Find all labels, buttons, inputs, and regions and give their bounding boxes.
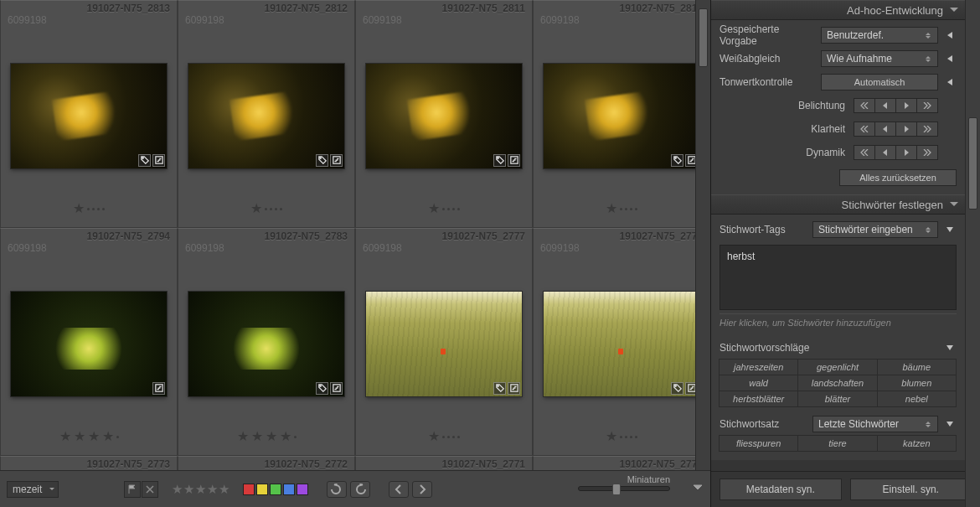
preset-select[interactable]: Benutzerdef. bbox=[821, 27, 938, 44]
keyword-set-select[interactable]: Letzte Stichwörter bbox=[812, 416, 938, 432]
rating-display[interactable]: ★ bbox=[606, 202, 637, 215]
reset-all-button[interactable]: Alles zurücksetzen bbox=[839, 169, 957, 186]
stepper-dec2[interactable] bbox=[854, 122, 875, 137]
scrollbar-thumb[interactable] bbox=[968, 117, 977, 210]
grid-cell-cutoff[interactable]: 191027-N75_2770 bbox=[533, 456, 710, 470]
keyword-add-hint[interactable]: Hier klicken, um Stichwörter hinzuzufüge… bbox=[720, 313, 957, 331]
keyword-suggestion[interactable]: tiere bbox=[797, 435, 877, 452]
keyword-suggestion[interactable]: herbstblätter bbox=[719, 391, 798, 407]
slider-knob[interactable] bbox=[612, 484, 621, 495]
keyword-tags-collapse-icon[interactable] bbox=[943, 223, 957, 236]
keyword-suggestion[interactable]: gegenlicht bbox=[797, 359, 877, 375]
thumbnail[interactable] bbox=[544, 292, 699, 396]
sync-metadata-button[interactable]: Metadaten syn. bbox=[720, 479, 842, 500]
stepper-inc[interactable] bbox=[895, 122, 917, 137]
flag-reject[interactable] bbox=[142, 481, 158, 498]
keyword-suggestion[interactable]: nebel bbox=[877, 391, 957, 407]
thumbnail[interactable] bbox=[366, 64, 522, 168]
rotate-ccw-button[interactable] bbox=[327, 481, 347, 498]
grid-cell[interactable]: 191027-N75_27836099198★★★★ bbox=[178, 228, 355, 456]
color-swatch[interactable] bbox=[283, 484, 295, 495]
stepper-inc2[interactable] bbox=[916, 122, 938, 137]
next-button[interactable] bbox=[412, 481, 432, 498]
thumbnail-size-slider[interactable] bbox=[578, 486, 670, 491]
sync-settings-button[interactable]: Einstell. syn. bbox=[850, 479, 972, 500]
grid-cell[interactable]: 191027-N75_28136099198★ bbox=[0, 0, 178, 228]
color-swatch[interactable] bbox=[270, 484, 281, 495]
suggestions-collapse-icon[interactable] bbox=[943, 341, 957, 354]
keyword-suggestion[interactable]: jahreszeiten bbox=[719, 359, 798, 375]
keyword-suggestions-header[interactable]: Stichwortvorschläge bbox=[711, 336, 965, 360]
grid-cell-cutoff[interactable]: 191027-N75_2773 bbox=[0, 456, 178, 470]
preset-collapse-icon[interactable] bbox=[943, 28, 957, 42]
stepper-dec[interactable] bbox=[874, 122, 896, 137]
rating-display[interactable]: ★ bbox=[428, 202, 460, 215]
thumbnail[interactable] bbox=[188, 292, 344, 396]
rating-display[interactable]: ★ bbox=[428, 430, 460, 443]
quick-develop-header[interactable]: Ad-hoc-Entwicklung bbox=[711, 0, 965, 20]
stepper-inc2[interactable] bbox=[916, 98, 938, 113]
auto-tone-button[interactable]: Automatisch bbox=[821, 74, 938, 91]
rating-display[interactable]: ★ bbox=[73, 202, 105, 215]
stepper-dec[interactable] bbox=[874, 145, 896, 160]
tone-collapse-icon[interactable] bbox=[943, 75, 957, 89]
stepper-dec[interactable] bbox=[874, 98, 896, 113]
thumbnail[interactable] bbox=[366, 292, 522, 396]
sort-select[interactable]: mezeit bbox=[7, 481, 59, 498]
thumbnail[interactable] bbox=[11, 292, 167, 396]
keyword-box[interactable]: herbst bbox=[720, 245, 957, 310]
stepper-dec2[interactable] bbox=[854, 98, 875, 113]
grid-scrollbar[interactable] bbox=[695, 0, 710, 470]
grid-cell[interactable]: 191027-N75_27776099198★ bbox=[355, 228, 533, 456]
rating-display[interactable]: ★★★★ bbox=[237, 430, 297, 443]
color-swatch[interactable] bbox=[243, 484, 255, 495]
keyword-suggestion[interactable]: wald bbox=[719, 375, 798, 391]
badge-row bbox=[152, 382, 165, 395]
keyword-suggestion[interactable]: fliesspuren bbox=[719, 435, 798, 452]
keyword-tags-label: Stichwort-Tags bbox=[720, 224, 807, 235]
keyword-suggestion[interactable]: blumen bbox=[877, 375, 957, 391]
star-5[interactable]: ★ bbox=[219, 482, 230, 497]
grid-cell[interactable]: 191027-N75_28126099198★ bbox=[178, 0, 355, 228]
rating-stars[interactable]: ★★★★★ bbox=[172, 482, 230, 497]
rotate-cw-button[interactable] bbox=[350, 481, 370, 498]
keyword-tags-select[interactable]: Stichwörter eingeben bbox=[812, 221, 938, 238]
star-4[interactable]: ★ bbox=[207, 482, 218, 497]
keyword-suggestion[interactable]: landschaften bbox=[797, 375, 877, 391]
rating-display[interactable]: ★★★★ bbox=[59, 430, 119, 443]
thumbnail[interactable] bbox=[188, 64, 344, 168]
keywording-header[interactable]: Stichwörter festlegen bbox=[711, 194, 965, 215]
stepper-inc[interactable] bbox=[895, 98, 917, 113]
rating-display[interactable]: ★ bbox=[606, 430, 637, 443]
prev-button[interactable] bbox=[389, 481, 409, 498]
sort-select-wrap[interactable]: mezeit bbox=[7, 481, 59, 498]
grid-cell[interactable]: 191027-N75_27766099198★ bbox=[533, 228, 710, 456]
toolbar-expand[interactable] bbox=[692, 481, 704, 495]
grid-cell[interactable]: 191027-N75_27946099198★★★★ bbox=[0, 228, 178, 456]
flag-pick[interactable] bbox=[124, 481, 141, 498]
stepper-inc[interactable] bbox=[895, 145, 917, 160]
color-swatch[interactable] bbox=[297, 484, 308, 495]
keyword-suggestion[interactable]: bäume bbox=[877, 359, 957, 375]
rotate-group bbox=[327, 481, 370, 498]
stepper-dec2[interactable] bbox=[854, 145, 875, 160]
wb-collapse-icon[interactable] bbox=[943, 52, 957, 65]
keyword-suggestion[interactable]: katzen bbox=[877, 435, 957, 452]
star-2[interactable]: ★ bbox=[183, 482, 194, 497]
star-3[interactable]: ★ bbox=[195, 482, 206, 497]
keyword-suggestion[interactable]: blätter bbox=[797, 391, 877, 407]
color-swatch[interactable] bbox=[256, 484, 268, 495]
rating-display[interactable]: ★ bbox=[250, 202, 282, 215]
right-scrollbar[interactable] bbox=[965, 0, 980, 507]
grid-cell-cutoff[interactable]: 191027-N75_2771 bbox=[355, 456, 533, 470]
grid-cell-cutoff[interactable]: 191027-N75_2772 bbox=[178, 456, 355, 470]
stepper-inc2[interactable] bbox=[916, 145, 938, 160]
scrollbar-thumb[interactable] bbox=[699, 8, 708, 67]
thumbnail[interactable] bbox=[11, 64, 167, 168]
wb-select[interactable]: Wie Aufnahme bbox=[821, 50, 938, 67]
grid-cell[interactable]: 191027-N75_28106099198★ bbox=[533, 0, 710, 228]
grid-cell[interactable]: 191027-N75_28116099198★ bbox=[355, 0, 533, 228]
thumbnail[interactable] bbox=[544, 64, 699, 168]
star-1[interactable]: ★ bbox=[172, 482, 183, 497]
keyword-set-collapse-icon[interactable] bbox=[943, 417, 957, 431]
